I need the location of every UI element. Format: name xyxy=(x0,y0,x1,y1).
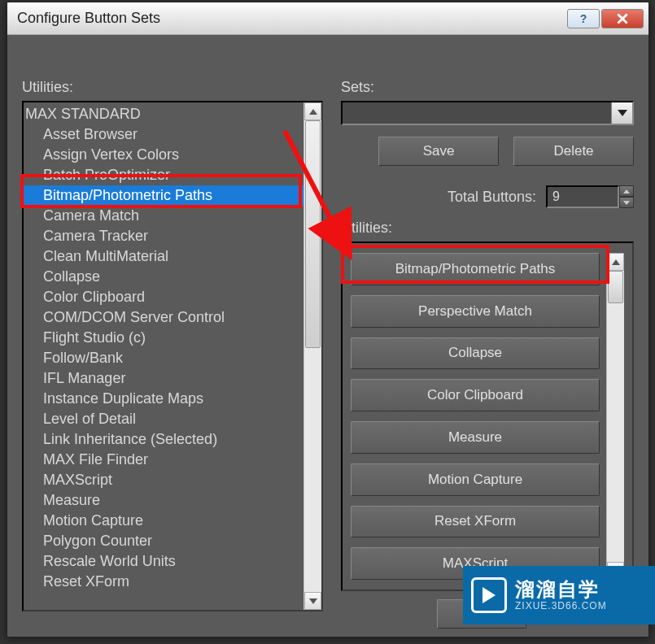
play-icon xyxy=(471,577,507,613)
utilities-list-item[interactable]: Level of Detail xyxy=(24,409,303,429)
right-column: Sets: Save Delete Total Buttons: xyxy=(341,79,634,591)
utility-button[interactable]: Reset XForm xyxy=(351,506,600,538)
utilities-list-item[interactable]: Reset XForm xyxy=(24,572,303,592)
utilities-list-item[interactable]: MAX File Finder xyxy=(24,450,303,470)
watermark-text-en: ZIXUE.3D66.COM xyxy=(515,601,607,611)
watermark-text-cn: 溜溜自学 xyxy=(515,579,607,600)
left-scrollbar[interactable] xyxy=(303,102,321,610)
utilities-list-item[interactable]: Color Clipboard xyxy=(24,287,303,307)
total-buttons-input[interactable] xyxy=(546,185,619,208)
utilities-list-item[interactable]: Motion Capture xyxy=(24,511,303,531)
utilities-list-item[interactable]: Link Inheritance (Selected) xyxy=(24,429,303,450)
utility-button[interactable]: Measure xyxy=(351,421,600,454)
utilities-list-item[interactable]: Follow/Bank xyxy=(24,348,303,368)
scroll-track[interactable] xyxy=(304,120,321,592)
utilities-list-item[interactable]: Collapse xyxy=(24,267,303,287)
utilities-list-item[interactable]: Assign Vertex Colors xyxy=(24,145,303,165)
left-column: Utilities: MAX STANDARDAsset BrowserAssi… xyxy=(22,79,323,611)
utilities-list-item[interactable]: Measure xyxy=(24,490,303,511)
scroll-thumb[interactable] xyxy=(608,271,623,303)
utility-button[interactable]: Collapse xyxy=(351,337,600,370)
utilities-list-item[interactable]: Rescale World Units xyxy=(24,551,303,572)
close-icon xyxy=(617,13,628,24)
utilities-listbox[interactable]: MAX STANDARDAsset BrowserAssign Vertex C… xyxy=(22,101,323,611)
utility-button[interactable]: Motion Capture xyxy=(351,463,600,496)
save-button[interactable]: Save xyxy=(378,137,499,166)
window-title: Configure Button Sets xyxy=(17,10,565,27)
utilities-list-item[interactable]: Bitmap/Photometric Paths xyxy=(24,185,303,206)
utilities-list-item[interactable]: Flight Studio (c) xyxy=(24,328,303,348)
utility-button[interactable]: Bitmap/Photometric Paths xyxy=(351,253,600,285)
titlebar-buttons: ? xyxy=(565,9,644,28)
delete-button[interactable]: Delete xyxy=(513,137,634,166)
utilities-list-item[interactable]: MAXScript xyxy=(24,470,303,490)
left-utilities-label: Utilities: xyxy=(22,79,323,96)
utilities-list-item[interactable]: Polygon Counter xyxy=(24,531,303,551)
dialog-window: Configure Button Sets ? Utilities: MAX S… xyxy=(7,2,649,637)
utilities-list-item[interactable]: Batch ProOptimizer xyxy=(24,165,303,185)
scroll-up-button[interactable] xyxy=(607,253,624,271)
total-buttons-spinner[interactable] xyxy=(546,185,634,208)
dialog-body: Utilities: MAX STANDARDAsset BrowserAssi… xyxy=(7,37,648,637)
utilities-button-group: Bitmap/Photometric PathsPerspective Matc… xyxy=(341,242,634,591)
sets-combo-value xyxy=(343,102,611,124)
utilities-list-item[interactable]: Asset Browser xyxy=(24,124,303,145)
scroll-down-button[interactable] xyxy=(304,592,321,610)
utilities-list-item[interactable]: Camera Tracker xyxy=(24,226,303,246)
scroll-up-button[interactable] xyxy=(304,102,321,120)
right-utilities-label: Utilities: xyxy=(341,220,634,237)
right-scrollbar[interactable] xyxy=(606,253,624,580)
spinner-up-button[interactable] xyxy=(619,185,634,197)
titlebar[interactable]: Configure Button Sets ? xyxy=(7,2,648,35)
utility-button[interactable]: Color Clipboard xyxy=(351,379,600,411)
close-button[interactable] xyxy=(601,9,644,28)
utility-button[interactable]: Perspective Match xyxy=(351,295,600,328)
sets-label: Sets: xyxy=(341,79,634,96)
utilities-list-item[interactable]: Clean MultiMaterial xyxy=(24,246,303,267)
utilities-list-item[interactable]: IFL Manager xyxy=(24,368,303,389)
help-button[interactable]: ? xyxy=(567,9,600,28)
scroll-thumb[interactable] xyxy=(305,120,321,348)
spinner-down-button[interactable] xyxy=(619,197,634,208)
utilities-list-item[interactable]: Camera Match xyxy=(24,206,303,226)
watermark: 溜溜自学 ZIXUE.3D66.COM xyxy=(463,566,655,624)
utilities-list-header[interactable]: MAX STANDARD xyxy=(24,104,303,124)
scroll-track[interactable] xyxy=(607,271,624,562)
utilities-list-item[interactable]: COM/DCOM Server Control xyxy=(24,307,303,328)
sets-combobox[interactable] xyxy=(341,101,634,125)
utilities-list-item[interactable]: Instance Duplicate Maps xyxy=(24,389,303,409)
sets-combo-dropdown-button[interactable] xyxy=(611,102,632,124)
total-buttons-label: Total Buttons: xyxy=(448,189,536,206)
